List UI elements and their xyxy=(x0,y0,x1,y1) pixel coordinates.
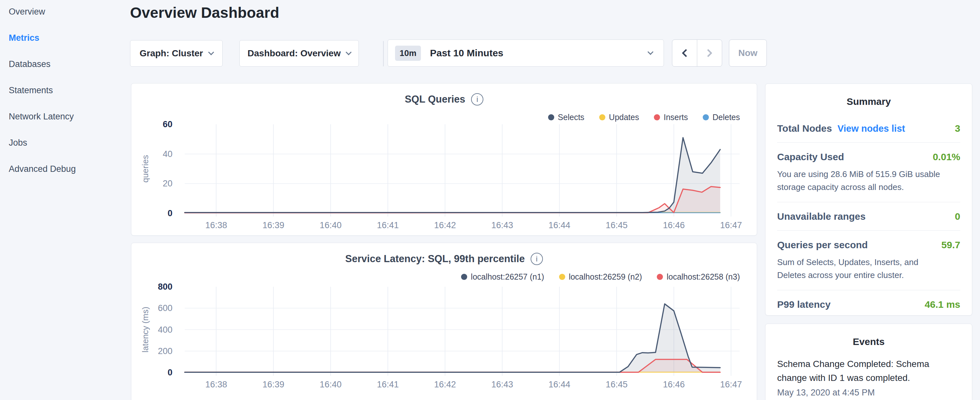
summary-label: Unavailable ranges xyxy=(777,211,865,222)
summary-row: Total NodesView nodes list3 xyxy=(777,114,960,143)
legend-dot xyxy=(559,274,565,280)
sidebar-item-statements[interactable]: Statements xyxy=(9,86,119,95)
svg-text:0: 0 xyxy=(168,368,172,377)
view-nodes-link[interactable]: View nodes list xyxy=(837,123,905,134)
chart-title: SQL Queries xyxy=(405,94,465,105)
sidebar: OverviewMetricsDatabasesStatementsNetwor… xyxy=(9,7,119,191)
summary-value: 0 xyxy=(955,211,960,222)
info-icon-glyph: i xyxy=(536,254,538,263)
time-back-button[interactable] xyxy=(672,40,697,66)
service-latency-chart: 16:3816:3916:4016:4116:4216:4316:4416:45… xyxy=(131,282,756,400)
svg-text:20: 20 xyxy=(163,178,172,188)
service-latency-panel: Service Latency: SQL, 99th percentile i … xyxy=(131,243,757,400)
controls-divider xyxy=(383,41,384,66)
now-button-label: Now xyxy=(738,48,757,58)
svg-text:16:47: 16:47 xyxy=(720,379,742,389)
legend-label: localhost:26259 (n2) xyxy=(569,272,642,282)
summary-row: Unavailable ranges0 xyxy=(777,202,960,231)
svg-text:16:43: 16:43 xyxy=(492,220,514,230)
dashboard-dropdown[interactable]: Dashboard: Overview xyxy=(239,40,359,67)
svg-text:800: 800 xyxy=(158,282,172,292)
summary-label: P99 latency xyxy=(777,299,830,310)
sidebar-item-databases[interactable]: Databases xyxy=(9,59,119,69)
legend-dot xyxy=(548,114,554,120)
svg-text:400: 400 xyxy=(158,325,172,335)
legend-dot xyxy=(599,114,605,120)
svg-text:16:41: 16:41 xyxy=(377,379,399,389)
time-range-selector[interactable]: 10m Past 10 Minutes xyxy=(388,40,664,67)
sidebar-item-jobs[interactable]: Jobs xyxy=(9,138,119,147)
summary-label: Capacity Used xyxy=(777,151,844,163)
sidebar-item-metrics[interactable]: Metrics xyxy=(9,33,119,42)
summary-value: 3 xyxy=(955,123,960,134)
summary-title: Summary xyxy=(765,96,972,107)
svg-text:60: 60 xyxy=(163,120,172,129)
svg-text:16:38: 16:38 xyxy=(205,220,227,230)
chevron-right-icon xyxy=(704,49,712,57)
time-step-buttons xyxy=(672,40,722,67)
legend-item: localhost:26258 (n3) xyxy=(657,272,740,282)
svg-text:16:46: 16:46 xyxy=(663,220,685,230)
summary-description: You are using 28.6 MiB of 515.9 GiB usab… xyxy=(777,167,949,193)
graph-dropdown-label: Graph: Cluster xyxy=(140,48,203,59)
summary-description: Sum of Selects, Updates, Inserts, and De… xyxy=(777,256,949,282)
sql-queries-chart: 16:3816:3916:4016:4116:4216:4316:4416:45… xyxy=(131,120,756,235)
svg-text:16:45: 16:45 xyxy=(606,379,628,389)
info-icon[interactable]: i xyxy=(471,93,484,105)
sidebar-item-overview[interactable]: Overview xyxy=(9,7,119,16)
event-item: Schema Change Completed: Schema change w… xyxy=(777,357,960,398)
summary-row: Queries per second59.7Sum of Selects, Up… xyxy=(777,231,960,290)
svg-text:16:43: 16:43 xyxy=(492,379,514,389)
svg-text:latency (ms): latency (ms) xyxy=(140,307,150,353)
sidebar-item-network-latency[interactable]: Network Latency xyxy=(9,112,119,121)
legend-dot xyxy=(654,114,660,120)
event-timestamp: May 13, 2020 at 4:45 PM xyxy=(777,388,960,398)
now-button[interactable]: Now xyxy=(729,40,767,67)
svg-text:queries: queries xyxy=(140,155,150,183)
chevron-down-icon xyxy=(208,49,214,55)
chevron-down-icon xyxy=(345,49,352,55)
svg-text:16:39: 16:39 xyxy=(262,379,285,389)
time-range-badge: 10m xyxy=(395,46,421,61)
legend-item: localhost:26259 (n2) xyxy=(559,272,642,282)
svg-text:16:40: 16:40 xyxy=(320,379,342,389)
chevron-down-icon xyxy=(648,49,653,55)
svg-text:16:46: 16:46 xyxy=(663,379,685,389)
chart-title: Service Latency: SQL, 99th percentile xyxy=(345,253,525,265)
legend-label: localhost:26258 (n3) xyxy=(667,272,740,282)
summary-value: 46.1 ms xyxy=(925,299,960,310)
legend-dot xyxy=(461,274,467,280)
events-title: Events xyxy=(765,336,972,347)
events-list: Schema Change Completed: Schema change w… xyxy=(777,357,960,398)
svg-text:0: 0 xyxy=(168,209,172,218)
time-range-label: Past 10 Minutes xyxy=(430,48,503,59)
summary-rows: Total NodesView nodes list3Capacity Used… xyxy=(777,114,960,319)
legend-dot xyxy=(657,274,663,280)
svg-text:40: 40 xyxy=(163,149,172,159)
chevron-left-icon xyxy=(682,49,690,57)
sql-queries-panel: SQL Queries i SelectsUpdatesInsertsDelet… xyxy=(131,83,757,236)
sidebar-item-advanced-debug[interactable]: Advanced Debug xyxy=(9,164,119,174)
svg-text:16:39: 16:39 xyxy=(262,220,285,230)
dashboard-dropdown-label: Dashboard: Overview xyxy=(248,48,341,59)
chart-legend: localhost:26257 (n1)localhost:26259 (n2)… xyxy=(461,272,740,282)
graph-dropdown[interactable]: Graph: Cluster xyxy=(130,40,223,67)
legend-item: localhost:26257 (n1) xyxy=(461,272,544,282)
svg-text:16:44: 16:44 xyxy=(549,379,570,389)
events-card: Events Schema Change Completed: Schema c… xyxy=(765,324,972,400)
svg-text:16:47: 16:47 xyxy=(720,220,742,230)
info-icon-glyph: i xyxy=(476,95,478,104)
svg-text:16:40: 16:40 xyxy=(320,220,342,230)
info-icon[interactable]: i xyxy=(531,253,543,265)
svg-text:16:42: 16:42 xyxy=(434,379,456,389)
svg-text:16:38: 16:38 xyxy=(205,379,227,389)
summary-row: Capacity Used0.01%You are using 28.6 MiB… xyxy=(777,143,960,202)
summary-label: Queries per second xyxy=(777,239,868,250)
time-forward-button[interactable] xyxy=(697,40,722,66)
summary-value: 59.7 xyxy=(942,239,960,250)
summary-label: Total Nodes xyxy=(777,123,832,134)
event-text: Schema Change Completed: Schema change w… xyxy=(777,357,935,385)
summary-card: Summary Total NodesView nodes list3Capac… xyxy=(765,83,972,316)
svg-text:16:45: 16:45 xyxy=(606,220,628,230)
summary-row: P99 latency46.1 ms xyxy=(777,290,960,319)
